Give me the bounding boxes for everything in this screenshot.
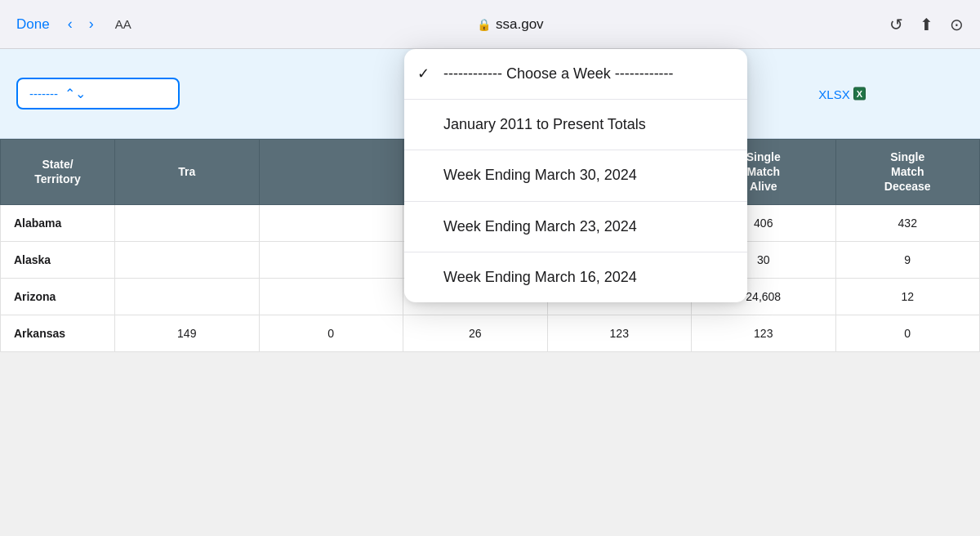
cell-tra: [115, 278, 260, 315]
cell-deceased: 12: [835, 278, 980, 315]
text-size-button[interactable]: AA: [115, 17, 131, 31]
col-single-match-deceased: SingleMatchDecease: [835, 140, 980, 205]
cell-state: Arizona: [1, 278, 115, 315]
week-select[interactable]: ------- ⌃⌄: [16, 78, 180, 109]
week-dropdown-menu: ------------ Choose a Week ------------ …: [404, 49, 747, 302]
cell-tra: 149: [115, 315, 260, 351]
forward-button[interactable]: ›: [84, 14, 99, 34]
cell-c3: [259, 241, 403, 278]
compass-button[interactable]: ⊙: [950, 15, 964, 34]
share-button[interactable]: ⬆: [920, 15, 933, 34]
lock-icon: 🔒: [477, 18, 491, 31]
xlsx-label: XLSX: [818, 87, 849, 100]
dropdown-item-jan2011[interactable]: January 2011 to Present Totals: [404, 100, 747, 150]
cell-c4: 26: [403, 315, 548, 351]
col-tra: Tra: [115, 140, 260, 205]
dropdown-item-march30[interactable]: Week Ending March 30, 2024: [404, 150, 747, 201]
url-text: ssa.gov: [496, 16, 544, 33]
dropdown-item-choose[interactable]: ------------ Choose a Week ------------: [404, 49, 747, 100]
col-state: State/Territory: [1, 140, 115, 205]
col-empty1: [259, 140, 403, 205]
back-button[interactable]: ‹: [63, 14, 78, 34]
cell-state: Arkansas: [1, 315, 115, 351]
refresh-button[interactable]: ↺: [889, 15, 903, 34]
select-value: -------: [29, 87, 58, 100]
dropdown-item-march16[interactable]: Week Ending March 16, 2024: [404, 252, 747, 302]
xlsx-icon: X: [853, 87, 866, 100]
url-bar[interactable]: 🔒 ssa.gov: [145, 16, 876, 33]
xlsx-download[interactable]: XLSX X: [818, 87, 866, 100]
cell-c3: 0: [259, 315, 403, 351]
browser-nav: ‹ ›: [63, 14, 99, 34]
cell-deceased: 432: [835, 204, 980, 241]
cell-deceased: 0: [835, 315, 980, 351]
stepper-icon: ⌃⌄: [65, 86, 86, 101]
cell-total: 123: [547, 315, 692, 351]
cell-alive: 123: [692, 315, 836, 351]
browser-chrome: Done ‹ › AA 🔒 ssa.gov ↺ ⬆ ⊙: [0, 0, 980, 49]
cell-state: Alabama: [1, 204, 115, 241]
done-button[interactable]: Done: [16, 16, 50, 33]
cell-deceased: 9: [835, 241, 980, 278]
cell-tra: [115, 241, 260, 278]
cell-tra: [115, 204, 260, 241]
dropdown-item-march23[interactable]: Week Ending March 23, 2024: [404, 202, 747, 252]
table-row: Arkansas 149 0 26 123 123 0: [1, 315, 980, 351]
browser-actions: ↺ ⬆ ⊙: [889, 15, 964, 34]
cell-c3: [259, 278, 403, 315]
cell-c3: [259, 204, 403, 241]
cell-state: Alaska: [1, 241, 115, 278]
